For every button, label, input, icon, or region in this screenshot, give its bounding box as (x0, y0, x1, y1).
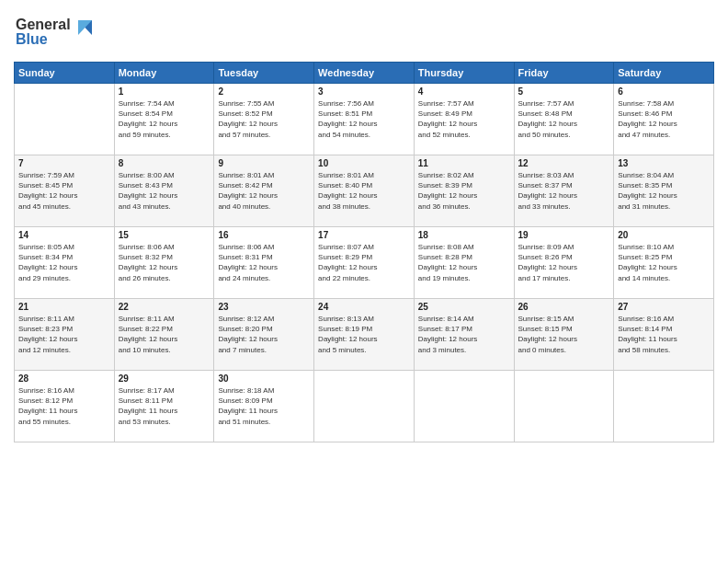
day-number: 9 (218, 158, 310, 168)
day-info: Sunrise: 8:08 AM Sunset: 8:28 PM Dayligh… (418, 242, 510, 283)
day-info: Sunrise: 8:12 AM Sunset: 8:20 PM Dayligh… (218, 314, 310, 355)
calendar-container: General Blue SundayMondayTuesdayWednesda… (0, 0, 728, 563)
calendar-cell: 13Sunrise: 8:04 AM Sunset: 8:35 PM Dayli… (614, 155, 714, 227)
day-number: 17 (318, 230, 410, 240)
day-info: Sunrise: 8:00 AM Sunset: 8:43 PM Dayligh… (119, 170, 210, 212)
day-number: 7 (18, 158, 110, 168)
week-row-1: 1Sunrise: 7:54 AM Sunset: 8:54 PM Daylig… (15, 84, 714, 155)
day-number: 27 (618, 302, 710, 312)
day-info: Sunrise: 8:03 AM Sunset: 8:37 PM Dayligh… (518, 170, 610, 212)
day-info: Sunrise: 7:55 AM Sunset: 8:52 PM Dayligh… (218, 98, 310, 140)
day-header-thursday: Thursday (414, 63, 514, 84)
calendar-cell (314, 371, 415, 442)
day-number: 25 (418, 302, 510, 312)
day-number: 12 (518, 158, 610, 168)
day-info: Sunrise: 7:57 AM Sunset: 8:49 PM Dayligh… (418, 98, 510, 140)
day-header-saturday: Saturday (614, 63, 714, 84)
day-info: Sunrise: 8:16 AM Sunset: 8:14 PM Dayligh… (618, 314, 710, 355)
day-info: Sunrise: 8:05 AM Sunset: 8:34 PM Dayligh… (18, 242, 110, 283)
day-info: Sunrise: 8:07 AM Sunset: 8:29 PM Dayligh… (318, 242, 410, 283)
calendar-cell: 3Sunrise: 7:56 AM Sunset: 8:51 PM Daylig… (314, 84, 415, 155)
svg-text:Blue: Blue (16, 31, 48, 47)
day-info: Sunrise: 8:02 AM Sunset: 8:39 PM Dayligh… (418, 170, 510, 212)
calendar-cell: 22Sunrise: 8:11 AM Sunset: 8:22 PM Dayli… (114, 299, 214, 371)
calendar-cell: 10Sunrise: 8:01 AM Sunset: 8:40 PM Dayli… (314, 155, 415, 227)
day-header-friday: Friday (514, 63, 614, 84)
calendar-cell: 7Sunrise: 7:59 AM Sunset: 8:45 PM Daylig… (15, 155, 115, 227)
calendar-cell: 8Sunrise: 8:00 AM Sunset: 8:43 PM Daylig… (114, 155, 214, 227)
week-row-2: 7Sunrise: 7:59 AM Sunset: 8:45 PM Daylig… (15, 155, 714, 227)
day-number: 6 (618, 86, 710, 97)
day-number: 8 (119, 158, 210, 168)
day-info: Sunrise: 8:13 AM Sunset: 8:19 PM Dayligh… (318, 314, 410, 355)
day-info: Sunrise: 8:11 AM Sunset: 8:23 PM Dayligh… (18, 314, 110, 355)
calendar-cell (414, 371, 514, 442)
day-info: Sunrise: 8:10 AM Sunset: 8:25 PM Dayligh… (618, 242, 710, 283)
calendar-cell (614, 371, 714, 442)
calendar-cell: 2Sunrise: 7:55 AM Sunset: 8:52 PM Daylig… (214, 84, 314, 155)
calendar-cell: 15Sunrise: 8:06 AM Sunset: 8:32 PM Dayli… (114, 227, 214, 299)
calendar-cell: 19Sunrise: 8:09 AM Sunset: 8:26 PM Dayli… (514, 227, 614, 299)
day-number: 20 (618, 230, 710, 240)
calendar-cell: 9Sunrise: 8:01 AM Sunset: 8:42 PM Daylig… (214, 155, 314, 227)
day-number: 24 (318, 302, 410, 312)
calendar-cell: 16Sunrise: 8:06 AM Sunset: 8:31 PM Dayli… (214, 227, 314, 299)
day-info: Sunrise: 8:15 AM Sunset: 8:15 PM Dayligh… (518, 314, 610, 355)
day-header-tuesday: Tuesday (214, 63, 314, 84)
calendar-cell: 29Sunrise: 8:17 AM Sunset: 8:11 PM Dayli… (114, 371, 214, 442)
calendar-cell (15, 84, 115, 155)
day-info: Sunrise: 8:06 AM Sunset: 8:32 PM Dayligh… (119, 242, 210, 283)
day-number: 30 (218, 373, 310, 384)
day-number: 28 (18, 373, 110, 384)
calendar-cell: 6Sunrise: 7:58 AM Sunset: 8:46 PM Daylig… (614, 84, 714, 155)
day-info: Sunrise: 7:54 AM Sunset: 8:54 PM Dayligh… (119, 98, 210, 140)
day-number: 18 (418, 230, 510, 240)
calendar-header-row: SundayMondayTuesdayWednesdayThursdayFrid… (15, 63, 714, 84)
day-info: Sunrise: 8:06 AM Sunset: 8:31 PM Dayligh… (218, 242, 310, 283)
day-number: 26 (518, 302, 610, 312)
calendar-cell: 28Sunrise: 8:16 AM Sunset: 8:12 PM Dayli… (15, 371, 115, 442)
calendar-cell: 14Sunrise: 8:05 AM Sunset: 8:34 PM Dayli… (15, 227, 115, 299)
day-number: 11 (418, 158, 510, 168)
calendar-cell: 27Sunrise: 8:16 AM Sunset: 8:14 PM Dayli… (614, 299, 714, 371)
day-number: 14 (18, 230, 110, 240)
day-number: 13 (618, 158, 710, 168)
calendar-cell: 12Sunrise: 8:03 AM Sunset: 8:37 PM Dayli… (514, 155, 614, 227)
day-info: Sunrise: 8:17 AM Sunset: 8:11 PM Dayligh… (119, 385, 210, 427)
day-info: Sunrise: 8:11 AM Sunset: 8:22 PM Dayligh… (119, 314, 210, 355)
day-info: Sunrise: 7:58 AM Sunset: 8:46 PM Dayligh… (618, 98, 710, 140)
calendar-cell: 21Sunrise: 8:11 AM Sunset: 8:23 PM Dayli… (15, 299, 115, 371)
calendar-cell: 20Sunrise: 8:10 AM Sunset: 8:25 PM Dayli… (614, 227, 714, 299)
day-info: Sunrise: 8:16 AM Sunset: 8:12 PM Dayligh… (18, 385, 110, 427)
calendar-cell: 11Sunrise: 8:02 AM Sunset: 8:39 PM Dayli… (414, 155, 514, 227)
calendar-cell: 25Sunrise: 8:14 AM Sunset: 8:17 PM Dayli… (414, 299, 514, 371)
calendar-cell: 17Sunrise: 8:07 AM Sunset: 8:29 PM Dayli… (314, 227, 415, 299)
calendar-cell: 30Sunrise: 8:18 AM Sunset: 8:09 PM Dayli… (214, 371, 314, 442)
day-number: 10 (318, 158, 410, 168)
week-row-3: 14Sunrise: 8:05 AM Sunset: 8:34 PM Dayli… (15, 227, 714, 299)
day-number: 15 (119, 230, 210, 240)
calendar-cell: 18Sunrise: 8:08 AM Sunset: 8:28 PM Dayli… (414, 227, 514, 299)
calendar-table: SundayMondayTuesdayWednesdayThursdayFrid… (14, 62, 714, 442)
week-row-5: 28Sunrise: 8:16 AM Sunset: 8:12 PM Dayli… (15, 371, 714, 442)
day-number: 5 (518, 86, 610, 97)
day-number: 16 (218, 230, 310, 240)
day-number: 4 (418, 86, 510, 97)
day-info: Sunrise: 8:09 AM Sunset: 8:26 PM Dayligh… (518, 242, 610, 283)
day-number: 2 (218, 86, 310, 97)
header: General Blue (14, 9, 714, 54)
day-info: Sunrise: 8:01 AM Sunset: 8:42 PM Dayligh… (218, 170, 310, 212)
day-header-sunday: Sunday (15, 63, 115, 84)
day-header-wednesday: Wednesday (314, 63, 415, 84)
day-number: 19 (518, 230, 610, 240)
day-info: Sunrise: 7:57 AM Sunset: 8:48 PM Dayligh… (518, 98, 610, 140)
calendar-cell: 23Sunrise: 8:12 AM Sunset: 8:20 PM Dayli… (214, 299, 314, 371)
day-number: 21 (18, 302, 110, 312)
day-info: Sunrise: 8:18 AM Sunset: 8:09 PM Dayligh… (218, 385, 310, 427)
calendar-cell: 4Sunrise: 7:57 AM Sunset: 8:49 PM Daylig… (414, 84, 514, 155)
calendar-cell: 5Sunrise: 7:57 AM Sunset: 8:48 PM Daylig… (514, 84, 614, 155)
day-info: Sunrise: 8:14 AM Sunset: 8:17 PM Dayligh… (418, 314, 510, 355)
logo-icon: General Blue (14, 9, 97, 51)
day-info: Sunrise: 8:01 AM Sunset: 8:40 PM Dayligh… (318, 170, 410, 212)
day-number: 23 (218, 302, 310, 312)
